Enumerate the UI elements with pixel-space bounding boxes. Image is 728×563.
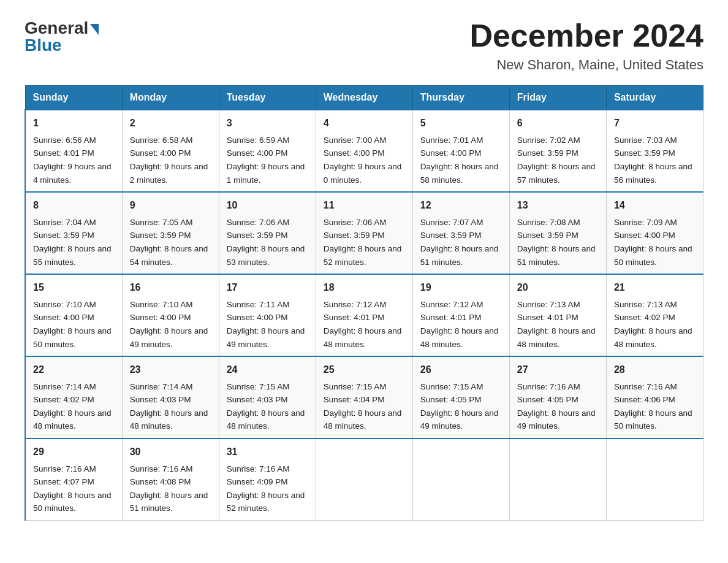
- calendar-cell: [412, 439, 509, 520]
- day-number: 5: [420, 115, 502, 131]
- calendar-cell: [509, 439, 606, 520]
- location-title: New Sharon, Maine, United States: [469, 57, 703, 73]
- logo: General Blue: [25, 18, 99, 55]
- day-number: 28: [614, 362, 696, 378]
- logo-arrow-icon: [90, 24, 99, 35]
- calendar-cell: 20Sunrise: 7:13 AMSunset: 4:01 PMDayligh…: [509, 274, 606, 356]
- day-number: 7: [614, 115, 696, 131]
- day-number: 11: [324, 197, 405, 213]
- calendar-cell: 17Sunrise: 7:11 AMSunset: 4:00 PMDayligh…: [219, 274, 316, 356]
- day-number: 31: [227, 444, 308, 460]
- day-header-sunday: Sunday: [25, 86, 122, 110]
- calendar-cell: [316, 439, 412, 520]
- calendar-cell: [606, 439, 703, 520]
- day-header-monday: Monday: [122, 86, 219, 110]
- day-number: 16: [130, 280, 211, 296]
- calendar-cell: 8Sunrise: 7:04 AMSunset: 3:59 PMDaylight…: [25, 192, 122, 274]
- calendar-cell: 5Sunrise: 7:01 AMSunset: 4:00 PMDaylight…: [412, 110, 509, 192]
- calendar-cell: 16Sunrise: 7:10 AMSunset: 4:00 PMDayligh…: [122, 274, 219, 356]
- day-number: 29: [33, 444, 115, 460]
- calendar-cell: 29Sunrise: 7:16 AMSunset: 4:07 PMDayligh…: [25, 439, 122, 520]
- day-number: 4: [324, 115, 405, 131]
- calendar-cell: 18Sunrise: 7:12 AMSunset: 4:01 PMDayligh…: [316, 274, 412, 356]
- day-number: 17: [227, 280, 308, 296]
- calendar-week-row: 1Sunrise: 6:56 AMSunset: 4:01 PMDaylight…: [25, 110, 703, 192]
- day-number: 18: [324, 280, 405, 296]
- day-number: 19: [420, 280, 502, 296]
- calendar-cell: 21Sunrise: 7:13 AMSunset: 4:02 PMDayligh…: [606, 274, 703, 356]
- day-number: 24: [227, 362, 308, 378]
- day-number: 1: [33, 115, 115, 131]
- day-number: 26: [420, 362, 502, 378]
- calendar-cell: 19Sunrise: 7:12 AMSunset: 4:01 PMDayligh…: [412, 274, 509, 356]
- page-header: General Blue December 2024 New Sharon, M…: [25, 18, 703, 73]
- calendar-cell: 11Sunrise: 7:06 AMSunset: 3:59 PMDayligh…: [316, 192, 412, 274]
- day-header-saturday: Saturday: [606, 86, 703, 110]
- calendar-week-row: 22Sunrise: 7:14 AMSunset: 4:02 PMDayligh…: [25, 356, 703, 439]
- day-number: 6: [517, 115, 599, 131]
- calendar-cell: 28Sunrise: 7:16 AMSunset: 4:06 PMDayligh…: [606, 356, 703, 439]
- month-title: December 2024: [469, 18, 703, 53]
- calendar-week-row: 8Sunrise: 7:04 AMSunset: 3:59 PMDaylight…: [25, 192, 703, 274]
- day-number: 23: [130, 362, 211, 378]
- calendar-header-row: SundayMondayTuesdayWednesdayThursdayFrid…: [25, 86, 703, 110]
- day-header-thursday: Thursday: [412, 86, 509, 110]
- calendar-cell: 13Sunrise: 7:08 AMSunset: 3:59 PMDayligh…: [509, 192, 606, 274]
- calendar-week-row: 15Sunrise: 7:10 AMSunset: 4:00 PMDayligh…: [25, 274, 703, 356]
- calendar-cell: 1Sunrise: 6:56 AMSunset: 4:01 PMDaylight…: [25, 110, 122, 192]
- day-number: 15: [33, 280, 115, 296]
- calendar-cell: 14Sunrise: 7:09 AMSunset: 4:00 PMDayligh…: [606, 192, 703, 274]
- day-number: 22: [33, 362, 115, 378]
- calendar-cell: 6Sunrise: 7:02 AMSunset: 3:59 PMDaylight…: [509, 110, 606, 192]
- calendar-table: SundayMondayTuesdayWednesdayThursdayFrid…: [25, 85, 703, 521]
- day-number: 10: [227, 197, 308, 213]
- title-block: December 2024 New Sharon, Maine, United …: [469, 18, 703, 73]
- calendar-cell: 12Sunrise: 7:07 AMSunset: 3:59 PMDayligh…: [412, 192, 509, 274]
- calendar-cell: 3Sunrise: 6:59 AMSunset: 4:00 PMDaylight…: [219, 110, 316, 192]
- day-number: 14: [614, 197, 696, 213]
- day-number: 20: [517, 280, 599, 296]
- calendar-cell: 24Sunrise: 7:15 AMSunset: 4:03 PMDayligh…: [219, 356, 316, 439]
- calendar-cell: 10Sunrise: 7:06 AMSunset: 3:59 PMDayligh…: [219, 192, 316, 274]
- day-number: 27: [517, 362, 599, 378]
- calendar-cell: 27Sunrise: 7:16 AMSunset: 4:05 PMDayligh…: [509, 356, 606, 439]
- calendar-cell: 22Sunrise: 7:14 AMSunset: 4:02 PMDayligh…: [25, 356, 122, 439]
- day-number: 12: [420, 197, 502, 213]
- day-number: 21: [614, 280, 696, 296]
- day-header-tuesday: Tuesday: [219, 86, 316, 110]
- day-number: 30: [130, 444, 211, 460]
- calendar-cell: 9Sunrise: 7:05 AMSunset: 3:59 PMDaylight…: [122, 192, 219, 274]
- calendar-cell: 23Sunrise: 7:14 AMSunset: 4:03 PMDayligh…: [122, 356, 219, 439]
- calendar-week-row: 29Sunrise: 7:16 AMSunset: 4:07 PMDayligh…: [25, 439, 703, 520]
- day-header-wednesday: Wednesday: [316, 86, 412, 110]
- calendar-cell: 15Sunrise: 7:10 AMSunset: 4:00 PMDayligh…: [25, 274, 122, 356]
- calendar-cell: 26Sunrise: 7:15 AMSunset: 4:05 PMDayligh…: [412, 356, 509, 439]
- day-number: 2: [130, 115, 211, 131]
- calendar-cell: 4Sunrise: 7:00 AMSunset: 4:00 PMDaylight…: [316, 110, 412, 192]
- calendar-cell: 2Sunrise: 6:58 AMSunset: 4:00 PMDaylight…: [122, 110, 219, 192]
- calendar-cell: 31Sunrise: 7:16 AMSunset: 4:09 PMDayligh…: [219, 439, 316, 520]
- logo-blue-text: Blue: [25, 36, 99, 55]
- day-number: 9: [130, 197, 211, 213]
- day-number: 25: [324, 362, 405, 378]
- day-header-friday: Friday: [509, 86, 606, 110]
- calendar-cell: 7Sunrise: 7:03 AMSunset: 3:59 PMDaylight…: [606, 110, 703, 192]
- day-number: 13: [517, 197, 599, 213]
- calendar-cell: 30Sunrise: 7:16 AMSunset: 4:08 PMDayligh…: [122, 439, 219, 520]
- day-number: 3: [227, 115, 308, 131]
- calendar-cell: 25Sunrise: 7:15 AMSunset: 4:04 PMDayligh…: [316, 356, 412, 439]
- day-number: 8: [33, 197, 115, 213]
